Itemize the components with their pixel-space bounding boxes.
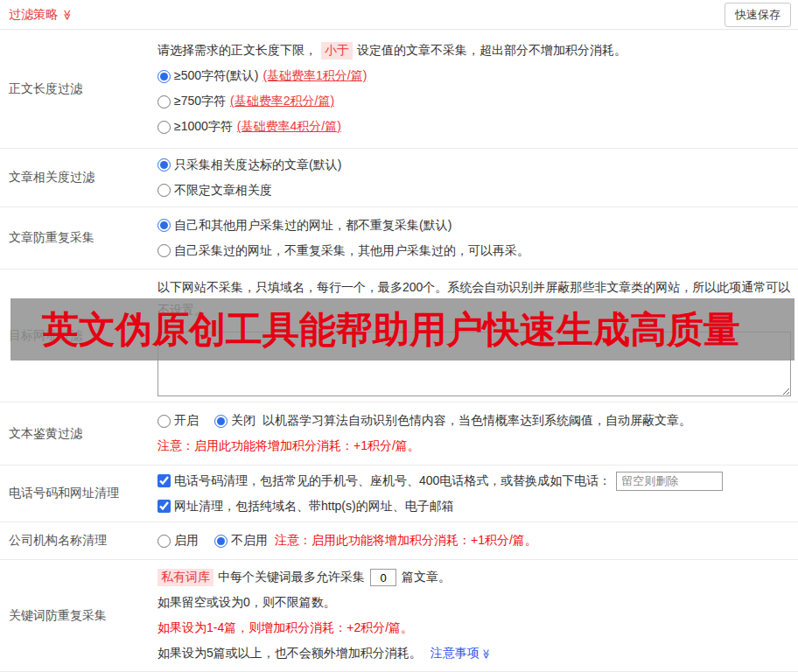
row-label-relevance: 文章相关度过滤 <box>0 149 158 206</box>
length-option-1000: ≥1000字符 (基础费率4积分/篇) <box>158 115 791 140</box>
length-option-500: ≥500字符(默认) (基础费率1积分/篇) <box>158 64 791 89</box>
checkbox-url-clean-text: 网址清理，包括纯域名、带http(s)的网址、电子邮箱 <box>174 499 454 514</box>
row-content-url-dedup: 自己和其他用户采集过的网址，都不重复采集(默认) 自己采集过的网址，不重复采集，… <box>158 207 798 269</box>
length-1000-fee-note: (基础费率4积分/篇) <box>237 119 341 135</box>
radio-porn-on[interactable] <box>158 415 171 428</box>
row-label-porn-filter: 文本鉴黄过滤 <box>0 402 158 465</box>
porn-filter-description: 以机器学习算法自动识别色情内容，当色情概率达到系统阈值，自动屏蔽文章。 <box>262 413 691 429</box>
radio-company-on-label[interactable]: 启用 <box>158 533 199 549</box>
row-content-company-clean: 启用 不启用 注意：启用此功能将增加积分消耗：+1积分/篇。 <box>158 522 798 559</box>
row-relevance-filter: 文章相关度过滤 只采集相关度达标的文章(默认) 不限定文章相关度 <box>0 149 798 207</box>
collapse-chevron-icon[interactable]: ≫ <box>61 9 74 20</box>
porn-filter-cost-note: 注意：启用此功能将增加积分消耗：+1积分/篇。 <box>158 438 420 454</box>
radio-length-750-text: ≥750字符 <box>174 94 226 109</box>
radio-porn-off-text: 关闭 <box>231 413 256 429</box>
keyword-count-input[interactable] <box>370 569 396 586</box>
radio-porn-on-label[interactable]: 开启 <box>158 413 199 429</box>
keyword-dedup-rule-2: 如果设为5篇或以上，也不会额外增加积分消耗。 <box>158 646 422 662</box>
intro-highlight-tag: 小于 <box>321 42 353 60</box>
length-option-750: ≥750字符 (基础费率2积分/篇) <box>158 89 791 115</box>
radio-dedup-all[interactable] <box>158 219 171 232</box>
radio-porn-on-text: 开启 <box>174 413 199 429</box>
radio-length-1000-text: ≥1000字符 <box>174 119 233 135</box>
row-label-content-length: 正文长度过滤 <box>0 30 158 148</box>
radio-length-1000-label[interactable]: ≥1000字符 <box>158 119 233 135</box>
radio-dedup-own[interactable] <box>158 244 171 257</box>
row-company-clean: 公司机构名称清理 启用 不启用 注意：启用此功能将增加积分消耗：+1积分/篇。 <box>0 522 798 560</box>
checkbox-url-clean[interactable] <box>158 500 171 513</box>
keyword-count-text: 中每个关键词最多允许采集 <box>218 570 365 585</box>
radio-relevance-strict-text: 只采集相关度达标的文章(默认) <box>174 158 341 173</box>
row-url-dedup: 文章防重复采集 自己和其他用户采集过的网址，都不重复采集(默认) 自己采集过的网… <box>0 207 798 270</box>
private-thesaurus-tag[interactable]: 私有词库 <box>158 569 214 586</box>
radio-length-500-label[interactable]: ≥500字符(默认) <box>158 68 258 84</box>
intro-suffix: 设定值的文章不采集，超出部分不增加积分消耗。 <box>357 43 626 59</box>
radio-dedup-own-label[interactable]: 自己采集过的网址，不重复采集，其他用户采集过的，可以再采。 <box>158 243 529 259</box>
radio-dedup-own-text: 自己采集过的网址，不重复采集，其他用户采集过的，可以再采。 <box>174 243 529 259</box>
keyword-count-suffix: 篇文章。 <box>402 570 451 585</box>
quick-save-button[interactable]: 快速保存 <box>724 3 791 27</box>
row-content-porn-filter: 开启 关闭 以机器学习算法自动识别色情内容，当色情概率达到系统阈值，自动屏蔽文章… <box>158 402 798 465</box>
radio-length-1000[interactable] <box>158 121 171 134</box>
radio-company-off-label[interactable]: 不启用 <box>214 533 268 549</box>
intro-prefix: 请选择需求的正文长度下限， <box>158 43 317 59</box>
length-750-fee-note: (基础费率2积分/篇) <box>230 94 334 109</box>
row-content-relevance: 只采集相关度达标的文章(默认) 不限定文章相关度 <box>158 149 798 206</box>
radio-dedup-all-text: 自己和其他用户采集过的网址，都不重复采集(默认) <box>174 218 452 234</box>
notice-link[interactable]: 注意事项 <box>430 646 480 662</box>
radio-relevance-any-text: 不限定文章相关度 <box>174 183 272 199</box>
row-keyword-dedup: 关键词防重复采集 私有词库 中每个关键词最多允许采集 篇文章。 如果留空或设为0… <box>0 560 798 672</box>
radio-relevance-strict[interactable] <box>158 158 171 172</box>
phone-replace-input[interactable] <box>616 472 723 491</box>
notice-chevron-icon[interactable]: ≫ <box>480 648 492 659</box>
company-clean-cost-note: 注意：启用此功能将增加积分消耗：+1积分/篇。 <box>275 533 537 549</box>
radio-length-750-label[interactable]: ≥750字符 <box>158 94 226 109</box>
target-url-description: 以下网站不采集，只填域名，每行一个，最多200个。系统会自动识别并屏蔽那些非文章… <box>158 276 791 321</box>
length-500-fee-note: (基础费率1积分/篇) <box>262 68 367 84</box>
page-title[interactable]: 过滤策略 <box>9 7 58 23</box>
radio-length-500-text: ≥500字符(默认) <box>174 68 258 84</box>
row-label-target-url: 目标网址过滤 <box>0 270 158 402</box>
row-content-length-filter: 正文长度过滤 请选择需求的正文长度下限， 小于 设定值的文章不采集，超出部分不增… <box>0 30 798 149</box>
row-target-url-filter: 目标网址过滤 以下网站不采集，只填域名，每行一个，最多200个。系统会自动识别并… <box>0 270 798 402</box>
keyword-dedup-cost-note: 如果设为1-4篇，则增加积分消耗：+2积分/篇。 <box>158 620 413 636</box>
radio-relevance-strict-label[interactable]: 只采集相关度达标的文章(默认) <box>158 158 341 173</box>
row-phone-url-clean: 电话号码和网址清理 电话号码清理，包括常见的手机号、座机号、400电话格式，或替… <box>0 466 798 522</box>
row-porn-filter: 文本鉴黄过滤 开启 关闭 以机器学习算法自动识别色情内容，当色情概率达到系统阈值… <box>0 402 798 466</box>
checkbox-phone-clean[interactable] <box>158 474 171 487</box>
row-label-keyword-dedup: 关键词防重复采集 <box>0 560 158 671</box>
radio-company-on-text: 启用 <box>174 533 199 549</box>
radio-company-off[interactable] <box>214 535 228 548</box>
row-content-content-length: 请选择需求的正文长度下限， 小于 设定值的文章不采集，超出部分不增加积分消耗。 … <box>158 30 798 148</box>
row-content-keyword-dedup: 私有词库 中每个关键词最多允许采集 篇文章。 如果留空或设为0，则不限篇数。 如… <box>158 560 798 671</box>
keyword-dedup-rule-1: 如果留空或设为0，则不限篇数。 <box>158 595 336 611</box>
radio-relevance-any[interactable] <box>158 184 171 197</box>
row-label-company-clean: 公司机构名称清理 <box>0 522 158 559</box>
radio-dedup-all-label[interactable]: 自己和其他用户采集过的网址，都不重复采集(默认) <box>158 218 452 234</box>
page-header: 过滤策略 ≫ 快速保存 <box>0 0 798 30</box>
row-label-url-dedup: 文章防重复采集 <box>0 207 158 269</box>
radio-porn-off[interactable] <box>214 415 228 428</box>
radio-company-on[interactable] <box>158 535 171 548</box>
checkbox-phone-clean-label[interactable]: 电话号码清理，包括常见的手机号、座机号、400电话格式，或替换成如下电话： <box>158 473 611 489</box>
row-label-phone-url-clean: 电话号码和网址清理 <box>0 466 158 522</box>
row-content-target-url: 以下网站不采集，只填域名，每行一个，最多200个。系统会自动识别并屏蔽那些非文章… <box>158 270 798 402</box>
radio-length-500[interactable] <box>158 70 171 83</box>
radio-length-750[interactable] <box>158 95 171 108</box>
radio-relevance-any-label[interactable]: 不限定文章相关度 <box>158 183 272 199</box>
checkbox-url-clean-label[interactable]: 网址清理，包括纯域名、带http(s)的网址、电子邮箱 <box>158 499 454 514</box>
checkbox-phone-clean-text: 电话号码清理，包括常见的手机号、座机号、400电话格式，或替换成如下电话： <box>174 473 611 489</box>
radio-company-off-text: 不启用 <box>231 533 268 549</box>
blocked-domains-textarea[interactable] <box>158 332 791 396</box>
radio-porn-off-label[interactable]: 关闭 <box>214 413 256 429</box>
row-content-phone-url-clean: 电话号码清理，包括常见的手机号、座机号、400电话格式，或替换成如下电话： 网址… <box>158 466 798 522</box>
content-length-intro: 请选择需求的正文长度下限， 小于 设定值的文章不采集，超出部分不增加积分消耗。 <box>158 38 791 64</box>
